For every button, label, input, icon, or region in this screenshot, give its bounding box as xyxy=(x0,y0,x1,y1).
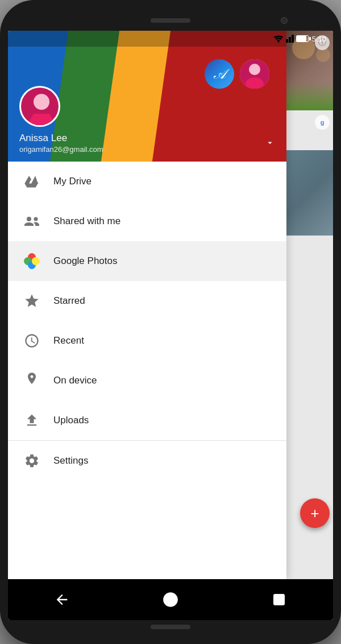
front-camera xyxy=(281,17,288,24)
svg-marker-3 xyxy=(292,35,294,43)
svg-point-5 xyxy=(249,64,260,75)
menu-label-settings: Settings xyxy=(53,455,88,467)
account-avatar-person2[interactable] xyxy=(240,59,269,89)
menu-item-starred[interactable]: Starred xyxy=(8,281,286,321)
menu-label-starred: Starred xyxy=(53,295,85,307)
menu-item-google-photos[interactable]: Google Photos xyxy=(8,241,286,281)
people-icon xyxy=(19,209,44,234)
main-area: 𝒜 xyxy=(8,31,333,579)
menu-label-recent: Recent xyxy=(53,335,84,346)
avatar-person2-svg xyxy=(240,59,269,89)
svg-point-8 xyxy=(34,94,49,110)
g-badge: g xyxy=(315,115,330,130)
star-icon xyxy=(19,288,44,313)
menu-item-uploads[interactable]: Uploads xyxy=(8,401,286,440)
svg-marker-1 xyxy=(286,39,288,43)
svg-rect-14 xyxy=(274,595,284,605)
bottom-speaker xyxy=(151,625,190,629)
menu-item-settings[interactable]: Settings xyxy=(8,441,286,481)
avatar-person2-bg xyxy=(240,59,269,89)
screen-content: 𝒜 xyxy=(8,31,333,620)
home-icon xyxy=(163,592,178,608)
background-content: ⓘ g + xyxy=(286,31,333,579)
recents-icon xyxy=(272,593,286,606)
status-icons xyxy=(273,35,309,43)
menu-label-photos: Google Photos xyxy=(53,255,117,267)
menu-item-on-device[interactable]: On device xyxy=(8,361,286,401)
svg-point-13 xyxy=(164,593,177,606)
user-avatar[interactable] xyxy=(19,86,60,127)
wifi-icon xyxy=(273,35,284,43)
navigation-bar xyxy=(8,579,333,620)
back-button[interactable] xyxy=(49,587,74,612)
fab-button[interactable]: + xyxy=(300,498,330,528)
other-accounts: 𝒜 xyxy=(205,59,269,89)
back-icon xyxy=(54,592,70,608)
header-top-overlay xyxy=(8,31,286,47)
thumbnail-2 xyxy=(286,150,333,236)
menu-item-recent[interactable]: Recent xyxy=(8,321,286,361)
drawer-header: 𝒜 xyxy=(8,31,286,162)
phone-screen: 5:10 xyxy=(8,31,333,620)
menu-section: My Drive xyxy=(8,162,286,579)
menu-item-my-drive[interactable]: My Drive xyxy=(8,162,286,201)
menu-label-shared: Shared with me xyxy=(53,216,120,227)
drive-icon xyxy=(19,169,44,194)
dropdown-icon xyxy=(265,138,275,148)
menu-label-on-device: On device xyxy=(53,375,97,386)
svg-point-11 xyxy=(27,217,31,221)
home-button[interactable] xyxy=(158,587,183,612)
svg-marker-2 xyxy=(289,37,291,43)
menu-item-shared-with-me[interactable]: Shared with me xyxy=(8,201,286,241)
user-info xyxy=(19,86,275,127)
user-avatar-svg xyxy=(21,88,60,127)
menu-label-uploads: Uploads xyxy=(53,415,89,426)
account-avatar-a[interactable]: 𝒜 xyxy=(205,59,234,89)
user-name: Anissa Lee xyxy=(19,133,275,144)
clock-icon xyxy=(19,328,44,353)
pinwheel-icon xyxy=(19,249,44,274)
settings-icon xyxy=(19,448,44,473)
status-bar: 5:10 xyxy=(273,31,333,47)
status-time: 5:10 xyxy=(312,35,326,43)
speaker xyxy=(151,18,190,23)
phone-frame: 5:10 xyxy=(0,0,341,644)
svg-point-12 xyxy=(34,217,38,221)
avatar-a-letter: 𝒜 xyxy=(205,59,234,89)
svg-point-0 xyxy=(278,42,279,43)
upload-icon xyxy=(19,408,44,433)
menu-label-my-drive: My Drive xyxy=(53,176,92,187)
user-email: origamifan26@gmail.com xyxy=(19,145,275,154)
account-dropdown-arrow[interactable] xyxy=(265,138,275,150)
pin-icon xyxy=(19,368,44,393)
signal-icon xyxy=(286,35,294,43)
svg-rect-10 xyxy=(32,114,51,127)
navigation-drawer: 𝒜 xyxy=(8,31,286,579)
recents-button[interactable] xyxy=(267,587,292,612)
phone-top-bar xyxy=(8,10,333,31)
battery-icon xyxy=(296,35,309,42)
header-user-content: Anissa Lee origamifan26@gmail.com xyxy=(8,86,286,162)
phone-bottom-bar xyxy=(8,620,333,634)
